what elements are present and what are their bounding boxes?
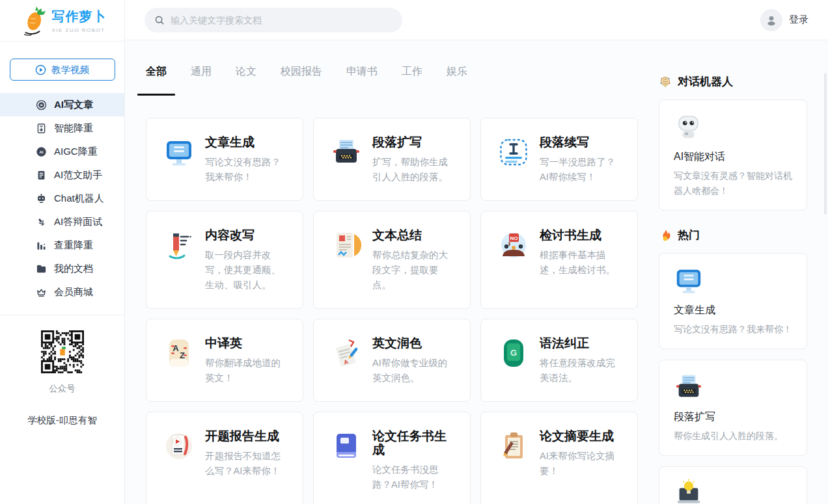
cursor-lines-icon bbox=[498, 137, 529, 168]
card-desc: 论文任务书没思路？AI帮你写！ bbox=[372, 462, 456, 492]
card-body: 内容改写取一段内容并改写，使其更通顺、生动、吸引人。 bbox=[205, 228, 288, 293]
brain-icon bbox=[659, 75, 672, 88]
card-thesis-task[interactable]: 论文任务书生成论文任务书没思路？AI帮你写！ bbox=[313, 412, 471, 504]
left-sidebar: 写作萝卜 XIE ZUO ROBOT 教学视频 AIAI写文章智能降重AIAIG… bbox=[0, 0, 125, 504]
sidebar-nav: AIAI写文章智能降重AIAIGC降重AI范文助手Chat机器人AI答辩面试查重… bbox=[0, 93, 124, 304]
card-title: 段落续写 bbox=[540, 135, 623, 149]
sidebar-item-my-docs[interactable]: 我的文档 bbox=[0, 257, 124, 280]
sidebar-item-aigc-dedup[interactable]: AIAIGC降重 bbox=[0, 140, 124, 163]
card-text-summary[interactable]: 文本总结帮你总结复杂的大段文字，提取要点。 bbox=[313, 211, 471, 309]
hot-section-title: 热门 bbox=[678, 228, 700, 243]
sidebar-item-ai-defense[interactable]: AI答辩面试 bbox=[0, 210, 124, 233]
sidebar-item-ai-sample[interactable]: AI范文助手 bbox=[0, 163, 124, 187]
card-zh-to-en[interactable]: AZ中译英帮你翻译成地道的英文！ bbox=[146, 319, 303, 402]
sidebar-item-member-shop[interactable]: 会员商城 bbox=[0, 280, 124, 304]
tab-work[interactable]: 工作 bbox=[402, 65, 422, 96]
card-grammar-fix[interactable]: G语法纠正将任意段落改成完美语法。 bbox=[480, 319, 638, 402]
card-desc: 根据事件基本描述，生成检讨书。 bbox=[540, 248, 623, 278]
chat-card-ai-chat[interactable]: AI智能对话 写文章没有灵感？智能对话机器人啥都会！ bbox=[659, 99, 807, 211]
svg-text:AI: AI bbox=[40, 103, 42, 107]
hot-card-title: 段落扩写 bbox=[674, 410, 792, 423]
card-title: 内容改写 bbox=[205, 228, 288, 242]
person-icon bbox=[764, 13, 779, 27]
card-thesis-abstract[interactable]: 论文摘要生成AI来帮你写论文摘要！ bbox=[480, 412, 638, 504]
card-review-letter[interactable]: NO检讨书生成根据事件基本描述，生成检讨书。 bbox=[480, 211, 638, 309]
dict-az-icon: AZ bbox=[163, 338, 195, 369]
card-desc: 写论文没有思路？我来帮你！ bbox=[205, 155, 288, 185]
card-body: 文本总结帮你总结复杂的大段文字，提取要点。 bbox=[372, 228, 456, 293]
pencil-rewrite-icon bbox=[163, 230, 195, 261]
mic-icon bbox=[36, 217, 47, 228]
doc-arrow-icon bbox=[36, 123, 47, 134]
card-body: 论文摘要生成AI来帮你写论文摘要！ bbox=[540, 429, 623, 492]
card-body: 论文任务书生成论文任务书没思路？AI帮你写！ bbox=[372, 429, 456, 492]
hot-card-title: 文章生成 bbox=[674, 303, 792, 317]
card-desc: AI来帮你写论文摘要！ bbox=[540, 449, 623, 479]
login-button[interactable]: 登录 bbox=[789, 14, 808, 26]
card-title: 中译英 bbox=[205, 336, 288, 350]
card-desc: 扩写，帮助你生成引人入胜的段落。 bbox=[372, 155, 456, 185]
sidebar-divider bbox=[0, 315, 124, 315]
brand-subtitle: XIE ZUO ROBOT bbox=[52, 27, 107, 33]
no-review-icon: NO bbox=[498, 230, 529, 261]
card-body: 中译英帮你翻译成地道的英文！ bbox=[205, 336, 288, 386]
card-en-polish[interactable]: A英文润色AI帮你做专业级的英文润色。 bbox=[313, 319, 471, 402]
clipboard-pencil-icon bbox=[498, 431, 529, 462]
search-input[interactable] bbox=[171, 15, 393, 25]
svg-text:NO: NO bbox=[510, 235, 518, 241]
bar-chart-icon bbox=[36, 240, 47, 251]
blue-book-icon bbox=[331, 431, 362, 462]
sidebar-item-chat-robot[interactable]: Chat机器人 bbox=[0, 187, 124, 210]
school-edition-label: 学校版-叩思有智 bbox=[27, 414, 96, 427]
avatar[interactable] bbox=[760, 9, 782, 31]
card-title: 文章生成 bbox=[205, 135, 288, 149]
card-title: 论文摘要生成 bbox=[540, 429, 623, 443]
hot-card-internship-report[interactable]: 实习报告生成 bbox=[659, 466, 807, 504]
chat-section-title: 对话机器人 bbox=[678, 74, 733, 89]
card-body: 检讨书生成根据事件基本描述，生成检讨书。 bbox=[540, 228, 623, 293]
tab-general[interactable]: 通用 bbox=[191, 65, 212, 96]
card-title: 段落扩写 bbox=[372, 135, 456, 149]
hot-card-article-gen[interactable]: 文章生成写论文没有思路？我来帮你！ bbox=[659, 253, 807, 349]
hot-card-paragraph-expand[interactable]: 段落扩写帮你生成引人入胜的段落。 bbox=[659, 360, 807, 456]
doc-lines-icon bbox=[36, 170, 47, 181]
card-paragraph-expand[interactable]: 段落扩写扩写，帮助你生成引人入胜的段落。 bbox=[313, 118, 471, 201]
hot-card-desc: 写论文没有思路？我来帮你！ bbox=[674, 322, 792, 337]
tutorial-video-button[interactable]: 教学视频 bbox=[10, 59, 115, 81]
card-opening-report[interactable]: 开题报告生成开题报告不知道怎么写？AI来帮你！ bbox=[146, 412, 303, 504]
scrollbar-thumb[interactable] bbox=[824, 73, 827, 215]
svg-text:A: A bbox=[172, 343, 179, 353]
tab-thesis[interactable]: 论文 bbox=[236, 65, 256, 96]
bulb-laptop-icon bbox=[674, 479, 704, 504]
card-title: 检讨书生成 bbox=[540, 228, 623, 242]
card-body: 英文润色AI帮你做专业级的英文润色。 bbox=[372, 336, 456, 386]
right-panel: 对话机器人 AI智能对话 写文章没有灵感？智能对话机器人啥都会！ 热门 文章生成… bbox=[659, 40, 807, 504]
card-article-gen[interactable]: 文章生成写论文没有思路？我来帮你！ bbox=[146, 118, 303, 201]
sidebar-item-check-dedup[interactable]: 查重降重 bbox=[0, 233, 124, 257]
ai-circle-icon: AI bbox=[36, 99, 47, 111]
qr-caption: 公众号 bbox=[49, 383, 76, 395]
play-circle-icon bbox=[35, 64, 46, 75]
card-title: 论文任务书生成 bbox=[372, 429, 456, 457]
card-content-rewrite[interactable]: 内容改写取一段内容并改写，使其更通顺、生动、吸引人。 bbox=[146, 211, 303, 309]
tab-all[interactable]: 全部 bbox=[146, 65, 167, 96]
search-bar[interactable] bbox=[145, 8, 402, 33]
content-area: 全部通用论文校园报告申请书工作娱乐 文章生成写论文没有思路？我来帮你！段落扩写扩… bbox=[125, 40, 828, 504]
crown-icon bbox=[36, 287, 47, 298]
sidebar-item-smart-dedup[interactable]: 智能降重 bbox=[0, 116, 124, 140]
card-paragraph-continue[interactable]: 段落续写写一半没思路了？AI帮你续写！ bbox=[480, 118, 638, 201]
card-body: 语法纠正将任意段落改成完美语法。 bbox=[540, 336, 623, 386]
card-body: 段落续写写一半没思路了？AI帮你续写！ bbox=[540, 135, 623, 185]
tutorial-video-label: 教学视频 bbox=[51, 64, 89, 76]
sidebar-item-label: AI写文章 bbox=[54, 99, 93, 111]
carrot-logo-icon bbox=[18, 6, 48, 36]
sidebar-item-ai-write[interactable]: AIAI写文章 bbox=[0, 93, 124, 116]
login-area[interactable]: 登录 bbox=[760, 9, 808, 31]
card-desc: 开题报告不知道怎么写？AI来帮你！ bbox=[205, 449, 288, 479]
fire-icon bbox=[659, 229, 672, 242]
tab-entertainment[interactable]: 娱乐 bbox=[447, 65, 467, 96]
tab-application[interactable]: 申请书 bbox=[346, 65, 378, 96]
tab-school-report[interactable]: 校园报告 bbox=[281, 65, 322, 96]
card-body: 段落扩写扩写，帮助你生成引人入胜的段落。 bbox=[372, 135, 456, 185]
sidebar-item-label: AI答辩面试 bbox=[54, 216, 102, 228]
